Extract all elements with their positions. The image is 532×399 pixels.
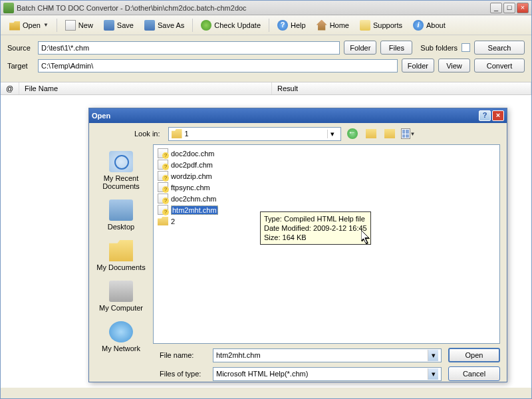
place-mydocs[interactable]: My Documents <box>93 237 149 274</box>
file-item[interactable]: doc2chm.chm <box>156 193 497 204</box>
target-label: Target <box>7 62 34 70</box>
separator <box>57 19 57 32</box>
subfolders-checkbox[interactable] <box>462 43 470 52</box>
toolbar: Open▼ New Save Save As Check Update ?Hel… <box>1 15 531 35</box>
chm-file-icon <box>158 171 168 181</box>
views-icon <box>401 128 410 139</box>
titlebar: Batch CHM TO DOC Convertor - D:\other\bi… <box>1 1 531 15</box>
home-button[interactable]: Home <box>312 17 354 33</box>
chm-file-icon <box>158 205 168 215</box>
file-pane[interactable]: doc2doc.chmdoc2pdf.chmwordzip.chmftpsync… <box>153 144 500 344</box>
folder-icon <box>158 217 168 225</box>
col-result[interactable]: Result <box>272 82 531 94</box>
target-view-button[interactable]: View <box>438 59 470 72</box>
chevron-down-icon: ▾ <box>428 350 438 361</box>
target-input[interactable] <box>38 59 398 72</box>
source-input[interactable] <box>38 41 340 55</box>
col-filename[interactable]: File Name <box>19 82 272 94</box>
chevron-down-icon: ▾ <box>327 130 338 138</box>
open-button[interactable]: Open▼ <box>5 17 53 33</box>
lookin-label: Look in: <box>134 130 160 138</box>
dialog-close-button[interactable]: × <box>492 110 504 121</box>
col-at[interactable]: @ <box>1 82 19 94</box>
recent-icon <box>109 151 133 172</box>
views-button[interactable]: ▼ <box>401 126 416 141</box>
source-folder-button[interactable]: Folder <box>344 41 376 55</box>
place-mycomp[interactable]: My Computer <box>93 278 149 315</box>
form-area: Source Folder Files Sub folders Search T… <box>1 35 531 82</box>
chevron-down-icon: ▾ <box>428 368 438 380</box>
new-button[interactable]: New <box>61 17 98 33</box>
file-item[interactable]: wordzip.chm <box>156 170 497 182</box>
saveas-button[interactable]: Save As <box>140 17 189 33</box>
about-icon: i <box>413 20 424 31</box>
separator <box>269 19 269 32</box>
lookin-select[interactable]: 1 ▾ <box>168 127 341 141</box>
home-icon <box>317 20 327 31</box>
chm-file-icon <box>158 148 168 158</box>
supports-button[interactable]: Supports <box>355 17 407 33</box>
supports-icon <box>360 20 370 31</box>
new-folder-icon <box>384 129 395 138</box>
save-button[interactable]: Save <box>99 17 138 33</box>
dialog-toolbar: Look in: 1 ▾ ▼ <box>89 123 507 144</box>
new-icon <box>65 20 76 31</box>
chm-file-icon <box>158 182 168 192</box>
search-button[interactable]: Search <box>474 41 525 55</box>
filetype-label: Files of type: <box>160 370 206 378</box>
close-button[interactable]: × <box>517 3 529 13</box>
file-name: 2 <box>171 217 175 225</box>
file-item[interactable]: ftpsync.chm <box>156 182 497 193</box>
list-header: @ File Name Result <box>1 82 531 95</box>
window-title: Batch CHM TO DOC Convertor - D:\other\bi… <box>17 4 490 12</box>
subfolders-label: Sub folders <box>420 44 458 52</box>
file-item[interactable]: doc2pdf.chm <box>156 159 497 170</box>
file-name: doc2doc.chm <box>171 150 214 158</box>
file-tooltip: Type: Compiled HTML Help file Date Modif… <box>260 211 371 245</box>
up-button[interactable] <box>364 126 378 141</box>
check-icon <box>201 20 211 31</box>
maximize-button[interactable]: □ <box>503 3 515 13</box>
dialog-open-button[interactable]: Open <box>448 348 500 362</box>
filename-label: File name: <box>160 351 206 359</box>
app-icon <box>3 3 14 13</box>
back-icon <box>347 128 358 139</box>
filename-input[interactable]: htm2mht.chm▾ <box>213 348 442 362</box>
open-dialog: Open ? × Look in: 1 ▾ ▼ My Recent Docume… <box>88 108 507 382</box>
file-item[interactable]: doc2doc.chm <box>156 148 497 159</box>
dialog-cancel-button[interactable]: Cancel <box>448 366 500 381</box>
network-icon <box>109 321 133 342</box>
chm-file-icon <box>158 194 168 203</box>
back-button[interactable] <box>345 126 360 141</box>
filetype-select[interactable]: Microsoft HTML Help(*.chm)▾ <box>213 367 442 381</box>
chm-file-icon <box>158 160 168 170</box>
dialog-bottom: File name: htm2mht.chm▾ Open Files of ty… <box>89 344 507 392</box>
about-button[interactable]: iAbout <box>408 17 450 33</box>
new-folder-button[interactable] <box>382 126 397 141</box>
help-button[interactable]: ?Help <box>273 17 311 33</box>
file-name: doc2pdf.chm <box>171 161 213 169</box>
dialog-title: Open <box>92 112 477 120</box>
open-icon <box>9 20 20 31</box>
help-icon: ? <box>277 20 288 31</box>
file-name: wordzip.chm <box>171 172 212 180</box>
places-bar: My Recent Documents Desktop My Documents… <box>89 144 153 344</box>
check-update-button[interactable]: Check Update <box>196 17 265 33</box>
mydocs-icon <box>109 240 133 261</box>
place-desktop[interactable]: Desktop <box>93 197 149 233</box>
source-files-button[interactable]: Files <box>380 41 412 55</box>
minimize-button[interactable]: _ <box>490 3 502 13</box>
dialog-help-button[interactable]: ? <box>479 110 491 121</box>
separator <box>192 19 193 32</box>
convert-button[interactable]: Convert <box>474 59 525 72</box>
source-label: Source <box>7 44 34 52</box>
dialog-body: My Recent Documents Desktop My Documents… <box>89 144 507 344</box>
file-name: ftpsync.chm <box>171 184 210 192</box>
file-name: htm2mht.chm <box>171 205 218 215</box>
target-folder-button[interactable]: Folder <box>402 59 434 72</box>
place-network[interactable]: My Network <box>93 319 149 355</box>
up-folder-icon <box>366 129 376 138</box>
place-recent[interactable]: My Recent Documents <box>93 148 149 193</box>
lookin-value: 1 <box>185 130 189 138</box>
chevron-down-icon: ▼ <box>43 22 49 28</box>
